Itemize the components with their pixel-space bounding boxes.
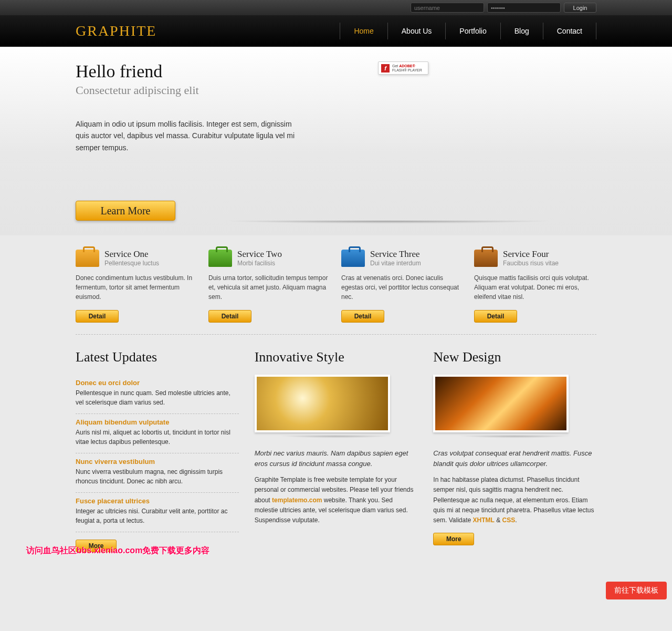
flash-player-badge[interactable]: f Get ADOBE®FLASH® PLAYER	[378, 61, 428, 75]
service-title: Service Four	[503, 249, 559, 260]
column-heading: Innovative Style	[255, 349, 418, 365]
list-item: Nunc viverra vestibulumNunc viverra vest…	[76, 453, 239, 493]
service-three: Service ThreeDui vitae interdum Cras at …	[341, 249, 464, 323]
detail-button[interactable]: Detail	[76, 310, 119, 323]
updates-list: Donec eu orci dolorPellentesque in nunc …	[76, 375, 239, 532]
shadow-divider	[255, 436, 418, 443]
update-text: Nunc viverra vestibulum magna, nec digni…	[76, 467, 239, 486]
nav-home[interactable]: Home	[340, 23, 387, 39]
nav-blog[interactable]: Blog	[500, 23, 543, 39]
content-columns: Latest Updates Donec eu orci dolorPellen…	[0, 335, 672, 563]
update-text: Pellentesque in nunc quam. Sed molestie …	[76, 388, 239, 407]
body-text: Graphite Template is free website templa…	[255, 475, 418, 525]
briefcase-icon	[76, 250, 99, 267]
site-logo: GRAPHITE	[76, 23, 156, 39]
username-input[interactable]	[411, 3, 484, 13]
password-input[interactable]	[487, 3, 561, 13]
header: GRAPHITE Home About Us Portfolio Blog Co…	[0, 15, 672, 47]
thumbnail-image	[433, 375, 569, 432]
main-nav: Home About Us Portfolio Blog Contact	[340, 23, 596, 39]
shadow-divider	[76, 221, 596, 231]
service-title: Service Two	[237, 249, 282, 260]
service-title: Service One	[104, 249, 159, 260]
list-item: Aliquam bibendum vulputateAuris nisl mi,…	[76, 414, 239, 453]
detail-button[interactable]: Detail	[208, 310, 251, 323]
briefcase-icon	[474, 250, 498, 267]
topbar: Login	[0, 0, 672, 15]
more-button[interactable]: More	[433, 533, 474, 545]
service-text: Donec condimentum luctus vestibulum. In …	[76, 273, 198, 302]
newdesign-column: New Design Cras volutpat consequat erat …	[433, 349, 596, 552]
nav-portfolio[interactable]: Portfolio	[445, 23, 500, 39]
update-link[interactable]: Nunc viverra vestibulum	[76, 458, 155, 466]
service-subtitle: Pellentesque luctus	[104, 260, 159, 267]
service-text: Duis urna tortor, sollicitudin tempus te…	[208, 273, 331, 302]
column-heading: Latest Updates	[76, 349, 239, 365]
briefcase-icon	[341, 250, 365, 267]
body-text: In hac habitasse platea dictumst. Phasel…	[433, 475, 596, 525]
css-link[interactable]: CSS	[502, 516, 516, 524]
service-subtitle: Faucibus risus vitae	[503, 260, 559, 267]
updates-column: Latest Updates Donec eu orci dolorPellen…	[76, 349, 239, 552]
detail-button[interactable]: Detail	[474, 310, 517, 323]
service-subtitle: Dui vitae interdum	[370, 260, 421, 267]
lead-text: Cras volutpat consequat erat hendrerit m…	[433, 448, 596, 469]
learn-more-button[interactable]: Learn More	[76, 201, 175, 221]
xhtml-link[interactable]: XHTML	[473, 516, 495, 524]
lead-text: Morbi nec varius mauris. Nam dapibus sap…	[255, 448, 418, 469]
service-title: Service Three	[370, 249, 421, 260]
nav-contact[interactable]: Contact	[543, 23, 596, 39]
detail-button[interactable]: Detail	[341, 310, 384, 323]
thumbnail-image	[255, 375, 390, 432]
learn-more-section: Learn More	[0, 153, 672, 235]
service-text: Quisque mattis facilisis orci quis volut…	[474, 273, 596, 302]
flash-text: Get ADOBE®FLASH® PLAYER	[392, 64, 422, 72]
list-item: Fusce placerat ultricesInteger ac ultric…	[76, 493, 239, 532]
service-subtitle: Morbi facilisis	[237, 260, 282, 267]
service-text: Cras at venenatis orci. Donec iaculis eg…	[341, 273, 464, 302]
service-one: Service OnePellentesque luctus Donec con…	[76, 249, 198, 323]
update-link[interactable]: Fusce placerat ultrices	[76, 497, 150, 505]
hero-title: Hello friend	[76, 61, 296, 81]
flash-icon: f	[381, 64, 390, 73]
nav-about[interactable]: About Us	[387, 23, 446, 39]
update-link[interactable]: Aliquam bibendum vulputate	[76, 418, 169, 426]
login-button[interactable]: Login	[564, 3, 596, 13]
watermark-text: 访问血鸟社区bbs.xleniao.com免费下载更多内容	[26, 545, 209, 556]
service-four: Service FourFaucibus risus vitae Quisque…	[474, 249, 596, 323]
service-two: Service TwoMorbi facilisis Duis urna tor…	[208, 249, 331, 323]
services-row: Service OnePellentesque luctus Donec con…	[76, 235, 596, 335]
shadow-divider	[433, 436, 596, 443]
list-item: Donec eu orci dolorPellentesque in nunc …	[76, 375, 239, 414]
hero-body: Aliquam in odio ut ipsum mollis facilisi…	[76, 118, 296, 153]
templatemo-link[interactable]: templatemo.com	[272, 496, 322, 504]
column-heading: New Design	[433, 349, 596, 365]
innovative-column: Innovative Style Morbi nec varius mauris…	[255, 349, 418, 552]
update-text: Integer ac ultricies nisi. Curabitur vel…	[76, 506, 239, 525]
briefcase-icon	[208, 250, 232, 267]
update-text: Auris nisl mi, aliquet ac lobortis ut, t…	[76, 428, 239, 447]
hero-subtitle: Consectetur adipiscing elit	[76, 84, 296, 97]
hero-section: Hello friend Consectetur adipiscing elit…	[0, 47, 672, 153]
update-link[interactable]: Donec eu orci dolor	[76, 379, 140, 387]
